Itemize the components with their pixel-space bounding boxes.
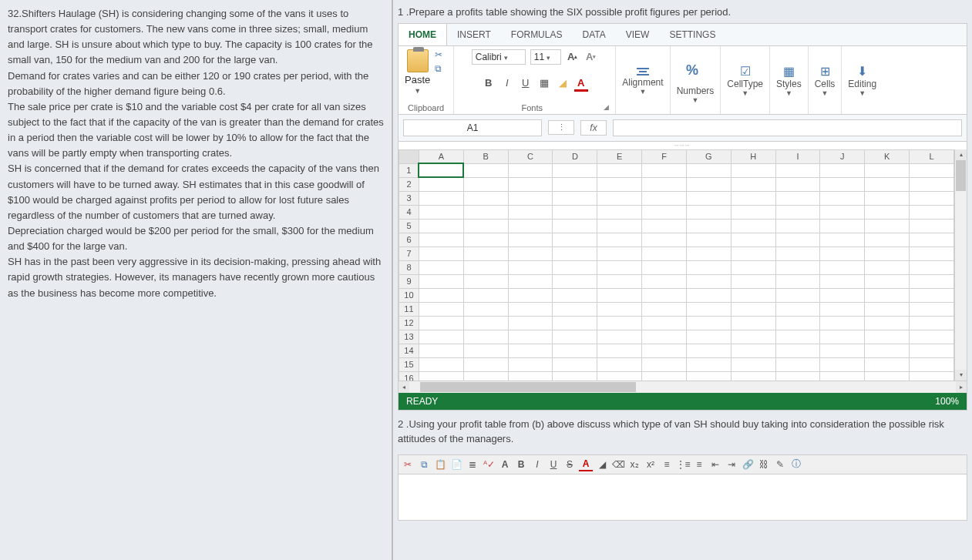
cell-H2[interactable] — [731, 177, 775, 191]
cell-J12[interactable] — [820, 316, 865, 330]
info-icon[interactable]: ⓘ — [789, 458, 803, 471]
cell-E1[interactable] — [597, 163, 642, 177]
cell-A14[interactable] — [419, 344, 463, 357]
cell-F6[interactable] — [642, 233, 687, 246]
cell-B16[interactable] — [463, 371, 508, 381]
cell-B7[interactable] — [463, 246, 508, 260]
chevron-down-icon[interactable]: ▼ — [859, 89, 866, 97]
cell-J11[interactable] — [820, 302, 865, 316]
cell-A9[interactable] — [419, 274, 463, 288]
cell-J8[interactable] — [820, 260, 865, 274]
chevron-down-icon[interactable]: ▼ — [692, 96, 699, 104]
chevron-down-icon[interactable]: ▼ — [822, 89, 829, 97]
cell-grid[interactable]: ABCDEFGHIJKL 12345678910111213141516 — [399, 149, 954, 381]
cell-I1[interactable] — [775, 163, 820, 177]
cell-D4[interactable] — [553, 205, 597, 219]
cell-H8[interactable] — [731, 260, 775, 274]
cell-D12[interactable] — [553, 316, 597, 330]
cell-K11[interactable] — [865, 302, 910, 316]
cell-F3[interactable] — [642, 191, 687, 205]
copy-icon[interactable]: ⧉ — [435, 63, 447, 74]
col-header-F[interactable]: F — [642, 149, 687, 163]
row-header-10[interactable]: 10 — [399, 288, 419, 302]
cell-D2[interactable] — [553, 177, 597, 191]
align-icon[interactable] — [637, 66, 649, 77]
ruler-icon[interactable]: ≣ — [466, 458, 479, 471]
cell-I16[interactable] — [775, 371, 820, 381]
cell-A12[interactable] — [419, 316, 463, 330]
italic-button[interactable]: I — [500, 76, 514, 90]
cell-E5[interactable] — [597, 219, 642, 233]
rich-text-editor[interactable] — [398, 474, 967, 521]
cell-B5[interactable] — [463, 219, 508, 233]
bold-button[interactable]: B — [514, 458, 528, 471]
cell-F8[interactable] — [642, 260, 687, 274]
cell-B2[interactable] — [463, 177, 508, 191]
font-icon[interactable]: A — [498, 458, 512, 471]
zoom-level[interactable]: 100% — [935, 396, 959, 407]
cell-C9[interactable] — [508, 274, 553, 288]
col-header-H[interactable]: H — [731, 149, 775, 163]
cell-G10[interactable] — [686, 288, 731, 302]
highlight-button[interactable]: ◢ — [595, 458, 609, 471]
col-header-K[interactable]: K — [865, 149, 910, 163]
cell-E9[interactable] — [597, 274, 642, 288]
scroll-thumb[interactable] — [956, 160, 966, 191]
cell-F7[interactable] — [642, 246, 687, 260]
spellcheck-icon[interactable]: ᴬ✓ — [482, 458, 496, 471]
bold-button[interactable]: B — [482, 76, 496, 90]
cell-G5[interactable] — [686, 219, 731, 233]
col-header-B[interactable]: B — [463, 149, 508, 163]
cell-I3[interactable] — [775, 191, 820, 205]
cell-I7[interactable] — [775, 246, 820, 260]
tab-home[interactable]: HOME — [399, 24, 447, 45]
font-color-button[interactable]: A — [574, 76, 588, 90]
cell-E2[interactable] — [597, 177, 642, 191]
col-header-C[interactable]: C — [508, 149, 553, 163]
cell-F2[interactable] — [642, 177, 687, 191]
border-button[interactable]: ▦ — [537, 76, 551, 90]
cell-L3[interactable] — [910, 191, 954, 205]
cell-B1[interactable] — [463, 163, 508, 177]
cell-F16[interactable] — [642, 371, 687, 381]
cell-E15[interactable] — [597, 357, 642, 371]
cell-J7[interactable] — [820, 246, 865, 260]
cell-I10[interactable] — [775, 288, 820, 302]
cell-A1[interactable] — [419, 163, 463, 177]
col-header-I[interactable]: I — [775, 149, 820, 163]
cell-E12[interactable] — [597, 316, 642, 330]
cell-J4[interactable] — [820, 205, 865, 219]
cell-E11[interactable] — [597, 302, 642, 316]
cell-G12[interactable] — [686, 316, 731, 330]
cell-C8[interactable] — [508, 260, 553, 274]
bullet-list-button[interactable]: ⋮≡ — [676, 458, 690, 471]
cell-J15[interactable] — [820, 357, 865, 371]
cell-C15[interactable] — [508, 357, 553, 371]
cell-A3[interactable] — [419, 191, 463, 205]
cell-E8[interactable] — [597, 260, 642, 274]
cell-E14[interactable] — [597, 344, 642, 357]
cell-J14[interactable] — [820, 344, 865, 357]
cell-B14[interactable] — [463, 344, 508, 357]
cell-A10[interactable] — [419, 288, 463, 302]
cell-A8[interactable] — [419, 260, 463, 274]
cell-C2[interactable] — [508, 177, 553, 191]
fx-options[interactable]: ⋮ — [548, 120, 574, 135]
cell-G15[interactable] — [686, 357, 731, 371]
clear-format-button[interactable]: ⌫ — [611, 458, 625, 471]
font-name-select[interactable]: Calibri ▾ — [472, 49, 526, 65]
cell-J5[interactable] — [820, 219, 865, 233]
name-box[interactable]: A1 — [403, 119, 542, 136]
cell-B11[interactable] — [463, 302, 508, 316]
subscript-button[interactable]: x₂ — [627, 458, 641, 471]
cell-B10[interactable] — [463, 288, 508, 302]
cell-K13[interactable] — [865, 330, 910, 344]
cell-G14[interactable] — [686, 344, 731, 357]
cell-A7[interactable] — [419, 246, 463, 260]
cell-A13[interactable] — [419, 330, 463, 344]
cell-B3[interactable] — [463, 191, 508, 205]
cell-L7[interactable] — [910, 246, 954, 260]
font-size-select[interactable]: 11 ▾ — [530, 49, 561, 65]
scroll-thumb[interactable] — [420, 382, 636, 392]
cell-B9[interactable] — [463, 274, 508, 288]
